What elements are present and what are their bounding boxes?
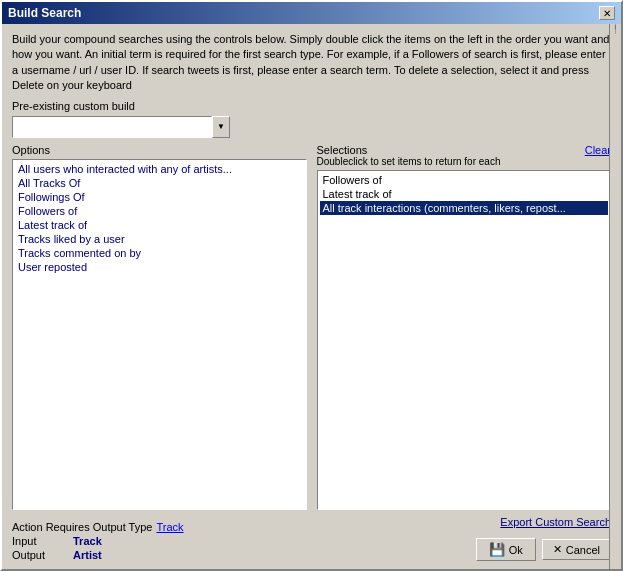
preexisting-dropdown-btn[interactable]: ▼ [212,116,230,138]
options-header: Options [12,144,307,156]
title-bar: Build Search ✕ [2,2,621,24]
ok-label: Ok [509,544,523,556]
options-list-item[interactable]: User reposted [15,260,304,274]
selections-listbox[interactable]: Followers ofLatest track ofAll track int… [317,170,612,510]
cancel-button[interactable]: ✕ Cancel [542,539,611,560]
export-button[interactable]: Export Custom Search [500,516,611,528]
action-requires-row: Action Requires Output Type Track [12,521,184,533]
cancel-icon: ✕ [553,543,562,556]
selections-panel: Selections Doubleclick to set items to r… [317,144,612,510]
options-listbox[interactable]: All users who interacted with any of art… [12,159,307,510]
input-value: Track [73,535,102,547]
output-row: Output Artist [12,549,184,561]
action-requires-text: Action Requires Output Type [12,521,152,533]
bottom-row: Action Requires Output Type Track Input … [12,516,611,561]
options-list-item[interactable]: Followers of [15,204,304,218]
build-search-dialog: Build Search ✕ Build your compound searc… [0,0,623,571]
options-panel: Options All users who interacted with an… [12,144,307,510]
selections-header-group: Selections Doubleclick to set items to r… [317,144,501,167]
dialog-title: Build Search [8,6,81,20]
action-left: Action Requires Output Type Track Input … [12,521,184,561]
input-label: Input [12,535,67,547]
right-actions: Export Custom Search 💾 Ok ✕ Cancel [476,516,611,561]
action-type-value[interactable]: Track [156,521,183,533]
options-list-item[interactable]: Followings Of [15,190,304,204]
output-value: Artist [73,549,102,561]
preexisting-label: Pre-existing custom build [12,100,611,112]
selections-header: Selections [317,144,501,156]
scrollbar-hint: ╿ [609,24,621,569]
selections-subheader: Doubleclick to set items to return for e… [317,156,501,167]
input-row: Input Track [12,535,184,547]
preexisting-section: Pre-existing custom build ▼ [12,100,611,138]
selections-header-row: Selections Doubleclick to set items to r… [317,144,612,167]
options-list-item[interactable]: All Tracks Of [15,176,304,190]
description-text: Build your compound searches using the c… [12,32,611,94]
panels-row: Options All users who interacted with an… [12,144,611,510]
cancel-label: Cancel [566,544,600,556]
clear-button[interactable]: Clear [585,144,611,156]
preexisting-dropdown-container: ▼ [12,116,611,138]
selections-list-item[interactable]: Followers of [320,173,609,187]
options-list-item[interactable]: Latest track of [15,218,304,232]
dialog-body: Build your compound searches using the c… [2,24,621,569]
options-list-item[interactable]: Tracks commented on by [15,246,304,260]
output-label: Output [12,549,67,561]
options-list-item[interactable]: All users who interacted with any of art… [15,162,304,176]
ok-button[interactable]: 💾 Ok [476,538,536,561]
options-list-item[interactable]: Tracks liked by a user [15,232,304,246]
preexisting-input[interactable] [12,116,212,138]
buttons-row: 💾 Ok ✕ Cancel [476,534,611,561]
selections-list-item[interactable]: Latest track of [320,187,609,201]
save-icon: 💾 [489,542,505,557]
close-button[interactable]: ✕ [599,6,615,20]
selections-list-item[interactable]: All track interactions (commenters, like… [320,201,609,215]
